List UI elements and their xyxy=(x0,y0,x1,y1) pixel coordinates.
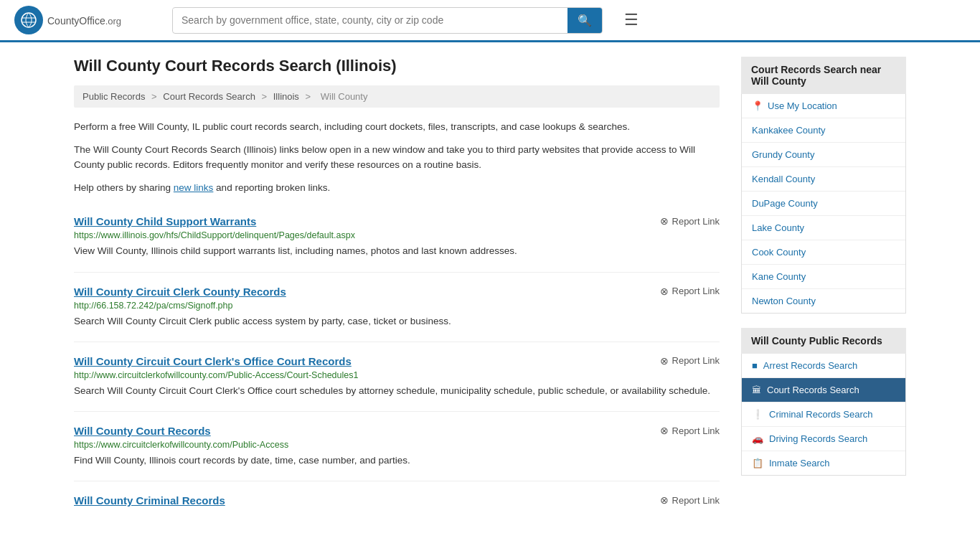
nearby-county-5[interactable]: Lake County xyxy=(742,216,905,240)
breadcrumb-item-4: Will County xyxy=(321,91,368,102)
result-desc: View Will County, Illinois child support… xyxy=(74,244,720,258)
breadcrumb-sep-2: > xyxy=(262,91,270,102)
public-records-section: Will County Public Records ■ Arrest Reco… xyxy=(741,328,906,476)
result-header: Will County Circuit Court Clerk's Office… xyxy=(74,355,720,367)
menu-icon[interactable]: ☰ xyxy=(624,11,639,29)
public-link-arrest[interactable]: ■ Arrest Records Search xyxy=(742,354,905,378)
report-link[interactable]: ⊗ Report Link xyxy=(660,355,720,367)
main-container: Will County Court Records Search (Illino… xyxy=(60,42,920,537)
header: CountyOffice.org 🔍 ☰ xyxy=(0,0,980,42)
new-links-link[interactable]: new links xyxy=(174,182,214,193)
court-icon: 🏛 xyxy=(752,385,761,395)
public-link-court[interactable]: 🏛 Court Records Search xyxy=(742,378,905,402)
logo-icon xyxy=(14,6,43,34)
description-para2: The Will County Court Records Search (Il… xyxy=(74,142,720,173)
result-item: Will County Child Support Warrants ⊗ Rep… xyxy=(74,202,720,272)
logo-name: CountyOffice xyxy=(47,15,105,27)
breadcrumb-sep-3: > xyxy=(306,91,314,102)
court-label: Court Records Search xyxy=(767,385,859,395)
report-icon: ⊗ xyxy=(660,425,669,436)
use-my-location-link[interactable]: 📍 Use My Location xyxy=(742,94,905,118)
report-label: Report Link xyxy=(672,425,720,436)
result-url[interactable]: http://66.158.72.242/pa/cms/Signoff.php xyxy=(74,301,720,311)
nearby-county-7[interactable]: Kane County xyxy=(742,265,905,289)
breadcrumb-item-3[interactable]: Illinois xyxy=(273,91,299,102)
results-list: Will County Child Support Warrants ⊗ Rep… xyxy=(74,202,720,522)
nearby-links: 📍 Use My Location Kankakee County Grundy… xyxy=(741,94,906,314)
report-link[interactable]: ⊗ Report Link xyxy=(660,494,720,506)
driving-icon: 🚗 xyxy=(752,433,763,444)
result-title[interactable]: Will County Circuit Clerk County Records xyxy=(74,286,286,298)
public-link-driving[interactable]: 🚗 Driving Records Search xyxy=(742,427,905,451)
result-header: Will County Court Records ⊗ Report Link xyxy=(74,425,720,437)
result-title[interactable]: Will County Child Support Warrants xyxy=(74,215,256,227)
location-icon: 📍 xyxy=(752,100,763,111)
logo-text: CountyOffice.org xyxy=(47,13,121,28)
report-icon: ⊗ xyxy=(660,355,669,367)
driving-label: Driving Records Search xyxy=(769,433,867,444)
arrest-icon: ■ xyxy=(752,360,758,371)
report-link[interactable]: ⊗ Report Link xyxy=(660,425,720,436)
report-link[interactable]: ⊗ Report Link xyxy=(660,286,720,297)
report-icon: ⊗ xyxy=(660,215,669,227)
result-url[interactable]: https://www.illinois.gov/hfs/ChildSuppor… xyxy=(74,230,720,240)
description-para3: Help others by sharing new links and rep… xyxy=(74,180,720,196)
breadcrumb-item-2[interactable]: Court Records Search xyxy=(163,91,255,102)
logo-ext: .org xyxy=(105,16,121,27)
nearby-county-3[interactable]: Kendall County xyxy=(742,167,905,192)
criminal-label: Criminal Records Search xyxy=(769,409,873,420)
search-input[interactable] xyxy=(173,9,567,32)
use-location-label: Use My Location xyxy=(768,100,837,111)
result-header: Will County Criminal Records ⊗ Report Li… xyxy=(74,494,720,507)
nearby-county-1[interactable]: Kankakee County xyxy=(742,118,905,143)
result-title[interactable]: Will County Criminal Records xyxy=(74,494,225,507)
breadcrumb-item-1[interactable]: Public Records xyxy=(83,91,145,102)
public-records-links: ■ Arrest Records Search 🏛 Court Records … xyxy=(741,354,906,476)
result-item: Will County Circuit Court Clerk's Office… xyxy=(74,342,720,412)
report-icon: ⊗ xyxy=(660,286,669,297)
description-para1: Perform a free Will County, IL public co… xyxy=(74,119,720,135)
breadcrumb-sep-1: > xyxy=(151,91,159,102)
search-button[interactable]: 🔍 xyxy=(567,8,602,33)
result-item: Will County Circuit Clerk County Records… xyxy=(74,273,720,342)
report-icon: ⊗ xyxy=(660,494,669,506)
search-bar[interactable]: 🔍 xyxy=(172,7,603,34)
criminal-icon: ❕ xyxy=(752,409,763,420)
report-link[interactable]: ⊗ Report Link xyxy=(660,215,720,227)
svg-point-0 xyxy=(22,13,36,27)
public-records-title: Will County Public Records xyxy=(741,328,906,354)
public-link-inmate[interactable]: 📋 Inmate Search xyxy=(742,451,905,475)
report-label: Report Link xyxy=(672,216,720,227)
arrest-label: Arrest Records Search xyxy=(763,360,858,371)
page-title: Will County Court Records Search (Illino… xyxy=(74,57,720,75)
public-link-criminal[interactable]: ❕ Criminal Records Search xyxy=(742,402,905,427)
nearby-county-6[interactable]: Cook County xyxy=(742,240,905,265)
result-desc: Search Will County Circuit Court Clerk's… xyxy=(74,384,720,398)
nearby-county-4[interactable]: DuPage County xyxy=(742,192,905,216)
nearby-county-8[interactable]: Newton County xyxy=(742,289,905,313)
result-title[interactable]: Will County Circuit Court Clerk's Office… xyxy=(74,355,352,367)
breadcrumb: Public Records > Court Records Search > … xyxy=(74,85,720,108)
nearby-title: Court Records Search near Will County xyxy=(741,57,906,94)
report-label: Report Link xyxy=(672,286,720,296)
report-label: Report Link xyxy=(672,355,720,366)
desc-para3-suffix: and reporting broken links. xyxy=(213,182,330,193)
nearby-county-2[interactable]: Grundy County xyxy=(742,143,905,167)
result-desc: Search Will County Circuit Clerk public … xyxy=(74,314,720,329)
result-item: Will County Criminal Records ⊗ Report Li… xyxy=(74,481,720,522)
sidebar: Court Records Search near Will County 📍 … xyxy=(741,57,906,522)
main-content: Will County Court Records Search (Illino… xyxy=(74,57,720,522)
result-title[interactable]: Will County Court Records xyxy=(74,425,211,437)
result-desc: Find Will County, Illinois court records… xyxy=(74,453,720,468)
desc-para3-prefix: Help others by sharing xyxy=(74,182,174,193)
result-header: Will County Child Support Warrants ⊗ Rep… xyxy=(74,215,720,227)
nearby-section: Court Records Search near Will County 📍 … xyxy=(741,57,906,314)
result-url[interactable]: https://www.circuitclerkofwillcounty.com… xyxy=(74,440,720,450)
logo-area[interactable]: CountyOffice.org xyxy=(14,6,158,34)
report-label: Report Link xyxy=(672,495,720,506)
result-header: Will County Circuit Clerk County Records… xyxy=(74,286,720,298)
inmate-icon: 📋 xyxy=(752,458,763,468)
inmate-label: Inmate Search xyxy=(769,458,830,468)
result-item: Will County Court Records ⊗ Report Link … xyxy=(74,412,720,481)
result-url[interactable]: http://www.circuitclerkofwillcounty.com/… xyxy=(74,370,720,380)
